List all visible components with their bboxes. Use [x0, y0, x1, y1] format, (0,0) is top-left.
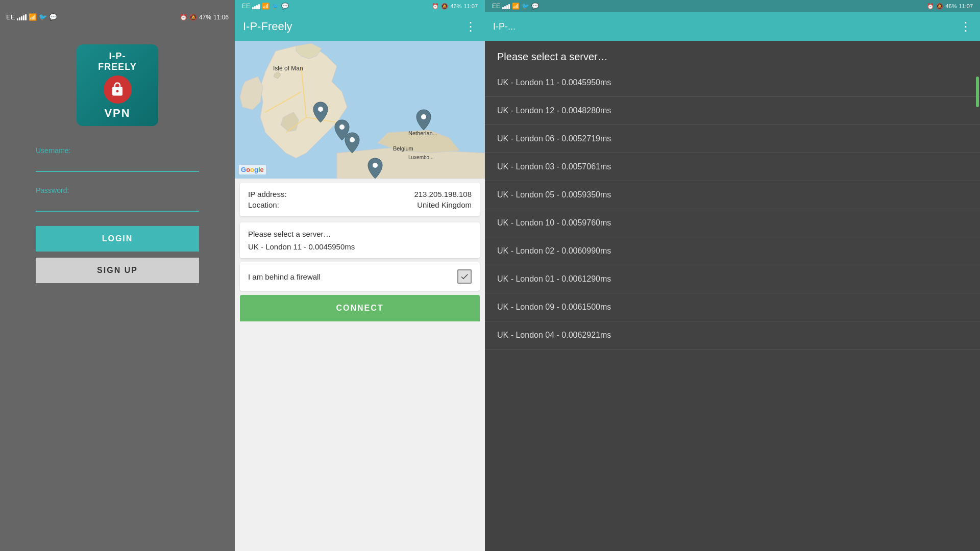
svg-text:Isle of Man: Isle of Man	[273, 65, 303, 72]
mute-servers: 🔕	[936, 3, 943, 10]
svg-point-8	[421, 114, 426, 119]
carrier-name-login: EE	[6, 13, 15, 21]
alarm-servers: ⏰	[927, 3, 934, 10]
status-right-servers: ⏰ 🔕 46% 11:07	[927, 3, 973, 10]
sb2	[504, 6, 506, 9]
signal-bars-login	[17, 14, 27, 20]
status-bar-main: EE 📶 🐦 💬 ⏰ 🔕 46% 11:07	[235, 0, 485, 12]
twitter-icon-login: 🐦	[39, 13, 47, 21]
wifi-servers: 📶	[512, 3, 520, 10]
scroll-indicator	[976, 77, 979, 107]
server-list[interactable]: UK - London 11 - 0.0045950msUK - London …	[485, 69, 980, 551]
carrier-name-servers: EE	[492, 3, 500, 10]
servers-more-icon[interactable]: ⋮	[960, 19, 972, 34]
svg-text:Belgium: Belgium	[393, 145, 413, 152]
signup-button[interactable]: SIGN UP	[36, 258, 199, 283]
servers-header-title: I-P-...	[493, 21, 516, 32]
server-placeholder-text: Please select a server…	[248, 230, 472, 238]
carrier-login: EE 📶 🐦 💬	[6, 13, 57, 21]
bar3	[21, 16, 22, 20]
server-list-item[interactable]: UK - London 02 - 0.0060990ms	[485, 237, 980, 265]
alarm-icon-login: ⏰	[180, 14, 187, 21]
messenger-servers: 💬	[531, 3, 539, 10]
ip-row: IP address: 213.205.198.108	[248, 190, 472, 198]
battery-servers: 46%	[945, 3, 957, 9]
connect-button-partial[interactable]: CONNECT	[240, 295, 480, 321]
servers-title-section: Please select a server…	[485, 41, 980, 69]
server-list-item[interactable]: UK - London 04 - 0.0062921ms	[485, 321, 980, 349]
username-input[interactable]	[36, 157, 199, 172]
wifi-main: 📶	[262, 3, 270, 10]
server-list-panel: EE 📶 🐦 💬 ⏰ 🔕 46% 11:07 I-P-... ⋮	[485, 0, 980, 551]
status-right-login: ⏰ 🔕 47% 11:06	[180, 14, 229, 21]
main-panel: EE 📶 🐦 💬 ⏰ 🔕 46% 11:07 I-P-Freely ⋮	[235, 0, 485, 551]
ip-label: IP address:	[248, 190, 287, 198]
server-list-item[interactable]: UK - London 10 - 0.0059760ms	[485, 209, 980, 237]
server-list-item[interactable]: UK - London 05 - 0.0059350ms	[485, 181, 980, 209]
location-label: Location:	[248, 201, 279, 209]
more-options-icon[interactable]: ⋮	[464, 19, 477, 34]
messenger-main: 💬	[281, 3, 289, 10]
messenger-icon-login: 💬	[49, 13, 57, 21]
b1	[252, 7, 254, 9]
main-header-title: I-P-Freely	[243, 20, 292, 33]
battery-login: 47%	[199, 14, 211, 21]
google-logo: Google	[239, 165, 266, 174]
servers-list-title: Please select a server…	[497, 51, 968, 63]
firewall-checkbox[interactable]	[457, 269, 472, 284]
app-logo: I-P- FREELY VPN	[77, 44, 158, 126]
firewall-label: I am behind a firewall	[248, 272, 321, 281]
b3	[256, 5, 258, 9]
map-container: Isle of Man Netherlan... Belgium Luxembo…	[235, 41, 485, 179]
checkmark-icon	[460, 272, 469, 281]
signal-main	[252, 3, 260, 9]
time-login: 11:06	[213, 14, 229, 21]
server-selection-card[interactable]: Please select a server… UK - London 11 -…	[240, 222, 480, 258]
firewall-card: I am behind a firewall	[240, 262, 480, 291]
carrier-main: EE 📶 🐦 💬	[242, 3, 289, 10]
mute-icon-login: 🔕	[189, 14, 197, 21]
svg-point-5	[318, 107, 323, 112]
twitter-servers: 🐦	[522, 3, 529, 10]
battery-main: 46%	[450, 3, 461, 9]
status-right-main: ⏰ 🔕 46% 11:07	[432, 3, 478, 10]
main-header: I-P-Freely ⋮	[235, 12, 485, 41]
status-bar-login: EE 📶 🐦 💬 ⏰ 🔕 47% 11:06	[0, 10, 235, 24]
lock-icon	[110, 82, 125, 97]
password-input[interactable]	[36, 196, 199, 212]
server-list-item[interactable]: UK - London 11 - 0.0045950ms	[485, 69, 980, 97]
logo-line2: FREELY	[98, 62, 136, 72]
time-servers: 11:07	[959, 3, 973, 9]
b2	[254, 6, 256, 9]
username-label: Username:	[36, 146, 199, 155]
bar2	[19, 17, 20, 20]
location-row: Location: United Kingdom	[248, 201, 472, 209]
main-topbar: EE 📶 🐦 💬 ⏰ 🔕 46% 11:07 I-P-Freely ⋮	[235, 0, 485, 41]
server-list-item[interactable]: UK - London 06 - 0.0052719ms	[485, 125, 980, 153]
login-button[interactable]: LOGIN	[36, 226, 199, 252]
servers-topbar: EE 📶 🐦 💬 ⏰ 🔕 46% 11:07 I-P-... ⋮	[485, 0, 980, 41]
logo-lock-circle	[104, 76, 132, 104]
svg-text:Netherlan...: Netherlan...	[408, 130, 437, 136]
bar1	[17, 18, 18, 20]
wifi-icon-login: 📶	[29, 13, 37, 21]
bar5	[25, 14, 27, 20]
sb1	[502, 7, 504, 9]
svg-text:Luxembo...: Luxembo...	[408, 155, 433, 160]
map-svg: Isle of Man Netherlan... Belgium Luxembo…	[235, 41, 485, 179]
server-list-item[interactable]: UK - London 03 - 0.0057061ms	[485, 153, 980, 181]
svg-point-6	[339, 124, 345, 130]
ip-value: 213.205.198.108	[414, 190, 472, 198]
server-selected-text: UK - London 11 - 0.0045950ms	[248, 242, 472, 251]
logo-line1: I-P-	[109, 51, 126, 62]
server-list-item[interactable]: UK - London 12 - 0.0048280ms	[485, 97, 980, 125]
server-list-item[interactable]: UK - London 09 - 0.0061500ms	[485, 293, 980, 321]
sb3	[506, 5, 508, 9]
server-list-item[interactable]: UK - London 01 - 0.0061290ms	[485, 265, 980, 293]
logo-vpn-text: VPN	[104, 107, 130, 120]
login-panel: EE 📶 🐦 💬 ⏰ 🔕 47% 11:06 I-P- FREELY	[0, 0, 235, 551]
b4	[258, 4, 260, 9]
sb4	[508, 4, 510, 9]
alarm-main: ⏰	[432, 3, 439, 10]
location-value: United Kingdom	[417, 201, 472, 209]
